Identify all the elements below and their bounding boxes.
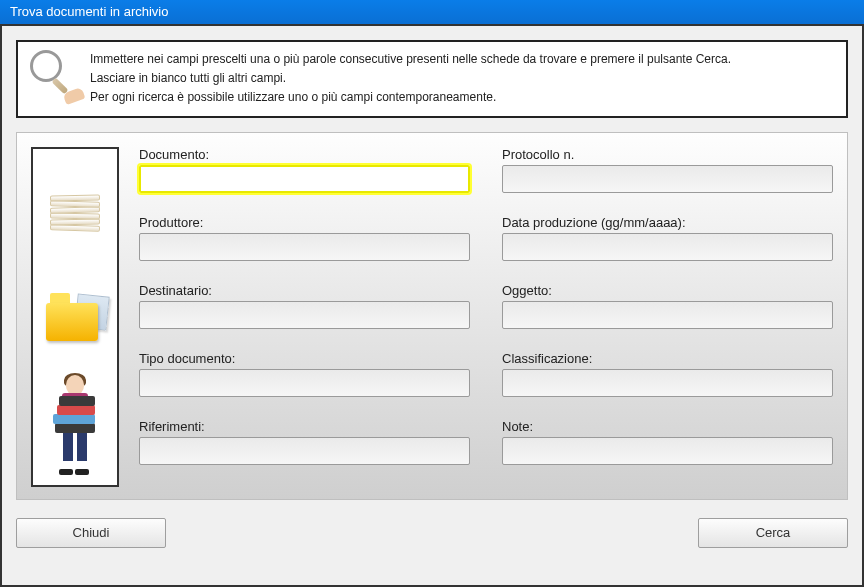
label-protocollo: Protocollo n.: [502, 147, 833, 162]
button-row: Chiudi Cerca: [16, 518, 848, 548]
label-classificazione: Classificazione:: [502, 351, 833, 366]
field-riferimenti: Riferimenti:: [139, 419, 470, 465]
input-data-produzione[interactable]: [502, 233, 833, 261]
window-body: Immettere nei campi prescelti una o più …: [0, 24, 864, 587]
field-oggetto: Oggetto:: [502, 283, 833, 329]
close-button[interactable]: Chiudi: [16, 518, 166, 548]
field-tipo-documento: Tipo documento:: [139, 351, 470, 397]
person-with-binders-icon: [43, 377, 107, 473]
field-protocollo: Protocollo n.: [502, 147, 833, 193]
label-produttore: Produttore:: [139, 215, 470, 230]
field-destinatario: Destinatario:: [139, 283, 470, 329]
label-documento: Documento:: [139, 147, 470, 162]
form-area: Documento: Protocollo n. Produttore: Dat…: [139, 147, 833, 485]
input-produttore[interactable]: [139, 233, 470, 261]
label-data-produzione: Data produzione (gg/mm/aaaa):: [502, 215, 833, 230]
input-destinatario[interactable]: [139, 301, 470, 329]
input-note[interactable]: [502, 437, 833, 465]
help-line: Per ogni ricerca è possibile utilizzare …: [90, 88, 731, 107]
input-oggetto[interactable]: [502, 301, 833, 329]
window-title: Trova documenti in archivio: [10, 4, 168, 19]
help-panel: Immettere nei campi prescelti una o più …: [16, 40, 848, 118]
input-riferimenti[interactable]: [139, 437, 470, 465]
folder-icon: [43, 269, 107, 365]
field-documento: Documento:: [139, 147, 470, 193]
paper-stack-icon: [43, 161, 107, 257]
label-oggetto: Oggetto:: [502, 283, 833, 298]
input-classificazione[interactable]: [502, 369, 833, 397]
thumbnail-strip: [31, 147, 119, 487]
input-documento[interactable]: [139, 165, 470, 193]
search-form-panel: Documento: Protocollo n. Produttore: Dat…: [16, 132, 848, 500]
label-tipo-documento: Tipo documento:: [139, 351, 470, 366]
label-note: Note:: [502, 419, 833, 434]
field-produttore: Produttore:: [139, 215, 470, 261]
help-line: Lasciare in bianco tutti gli altri campi…: [90, 69, 731, 88]
search-button[interactable]: Cerca: [698, 518, 848, 548]
field-classificazione: Classificazione:: [502, 351, 833, 397]
label-destinatario: Destinatario:: [139, 283, 470, 298]
label-riferimenti: Riferimenti:: [139, 419, 470, 434]
input-protocollo[interactable]: [502, 165, 833, 193]
field-note: Note:: [502, 419, 833, 465]
window-titlebar: Trova documenti in archivio: [0, 0, 864, 24]
input-tipo-documento[interactable]: [139, 369, 470, 397]
field-data-produzione: Data produzione (gg/mm/aaaa):: [502, 215, 833, 261]
help-line: Immettere nei campi prescelti una o più …: [90, 50, 731, 69]
help-text: Immettere nei campi prescelti una o più …: [90, 50, 731, 108]
magnifier-icon: [30, 50, 76, 96]
